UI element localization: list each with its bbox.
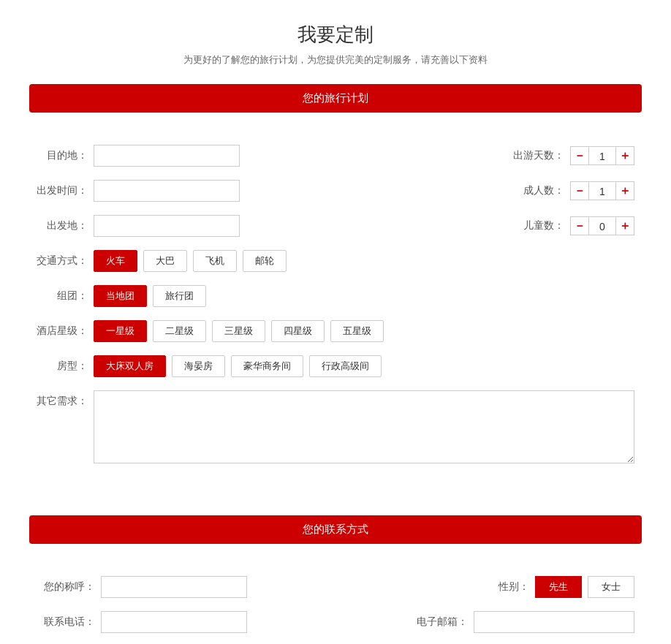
row-room: 房型： 大床双人房 海晏房 豪华商务间 行政高级间 xyxy=(37,355,634,377)
group-adults: 成人数： － 1 ＋ xyxy=(477,181,634,200)
name-label: 您的称呼： xyxy=(37,580,95,594)
departure-place-input[interactable] xyxy=(94,215,240,237)
hotel-btn-0[interactable]: 一星级 xyxy=(94,320,147,342)
transport-btn-0[interactable]: 火车 xyxy=(94,250,137,272)
transport-options: 火车 大巴 飞机 邮轮 xyxy=(94,250,287,272)
row-name-gender: 您的称呼： 性别： 先生 女士 xyxy=(37,576,634,598)
hotel-btn-1[interactable]: 二星级 xyxy=(153,320,206,342)
hotel-btn-3[interactable]: 四星级 xyxy=(271,320,325,342)
group-gender: 性别： 先生 女士 xyxy=(441,576,634,598)
gender-btn-male[interactable]: 先生 xyxy=(535,576,582,598)
adults-minus-button[interactable]: － xyxy=(570,181,589,200)
group-days: 出游天数： － 1 ＋ xyxy=(477,146,634,165)
days-label: 出游天数： xyxy=(506,149,564,162)
contact-section: 您的称呼： 性别： 先生 女士 联系电话： 电子邮箱： xyxy=(29,561,642,644)
other-textarea-wrap xyxy=(94,390,634,466)
group-email: 电子邮箱： xyxy=(380,611,634,633)
section1-header: 您的旅行计划 xyxy=(29,84,642,113)
row-transport: 交通方式： 火车 大巴 飞机 邮轮 xyxy=(37,250,634,272)
gender-btn-female[interactable]: 女士 xyxy=(588,576,634,598)
gender-options: 先生 女士 xyxy=(535,576,634,598)
children-label: 儿童数： xyxy=(506,219,564,232)
row-departure-adults: 出发时间： 成人数： － 1 ＋ xyxy=(37,180,634,202)
days-plus-button[interactable]: ＋ xyxy=(615,146,634,165)
children-value: 0 xyxy=(589,216,615,235)
row-phone-email: 联系电话： 电子邮箱： xyxy=(37,611,634,633)
hotel-label: 酒店星级： xyxy=(37,325,88,338)
group-options: 当地团 旅行团 xyxy=(94,285,206,307)
destination-input[interactable] xyxy=(94,145,240,167)
days-minus-button[interactable]: － xyxy=(570,146,589,165)
page-subtitle: 为更好的了解您的旅行计划，为您提供完美的定制服务，请充善以下资料 xyxy=(29,53,642,67)
group-phone: 联系电话： xyxy=(37,611,247,633)
group-children: 儿童数： － 0 ＋ xyxy=(477,216,634,235)
hotel-options: 一星级 二星级 三星级 四星级 五星级 xyxy=(94,320,384,342)
departure-time-input[interactable] xyxy=(94,180,240,202)
transport-btn-2[interactable]: 飞机 xyxy=(193,250,237,272)
group-btn-0[interactable]: 当地团 xyxy=(94,285,147,307)
room-options: 大床双人房 海晏房 豪华商务间 行政高级间 xyxy=(94,355,382,377)
row-group: 组团： 当地团 旅行团 xyxy=(37,285,634,307)
transport-label: 交通方式： xyxy=(37,254,88,268)
room-btn-3[interactable]: 行政高级间 xyxy=(309,355,382,377)
room-btn-1[interactable]: 海晏房 xyxy=(172,355,225,377)
destination-label: 目的地： xyxy=(37,149,88,162)
phone-input[interactable] xyxy=(101,611,247,633)
name-input[interactable] xyxy=(101,576,247,598)
room-btn-2[interactable]: 豪华商务间 xyxy=(231,355,303,377)
email-input[interactable] xyxy=(474,611,634,633)
group-departure-place: 出发地： xyxy=(37,215,240,237)
adults-plus-button[interactable]: ＋ xyxy=(615,181,634,200)
adults-label: 成人数： xyxy=(506,184,564,197)
transport-btn-3[interactable]: 邮轮 xyxy=(243,250,287,272)
departure-time-label: 出发时间： xyxy=(37,184,88,197)
group-name: 您的称呼： xyxy=(37,576,247,598)
days-value: 1 xyxy=(589,146,615,165)
gender-label: 性别： xyxy=(471,580,529,594)
row-other: 其它需求： xyxy=(37,390,634,466)
room-label: 房型： xyxy=(37,360,88,373)
children-plus-button[interactable]: ＋ xyxy=(615,216,634,235)
group-label: 组团： xyxy=(37,289,88,303)
hotel-btn-2[interactable]: 三星级 xyxy=(212,320,265,342)
page-title: 我要定制 xyxy=(29,22,642,48)
page-container: 我要定制 为更好的了解您的旅行计划，为您提供完美的定制服务，请充善以下资料 您的… xyxy=(0,0,671,644)
transport-btn-1[interactable]: 大巴 xyxy=(143,250,187,272)
adults-value: 1 xyxy=(589,181,615,200)
other-label: 其它需求： xyxy=(37,395,88,408)
departure-place-label: 出发地： xyxy=(37,219,88,232)
phone-label: 联系电话： xyxy=(37,615,95,629)
room-btn-0[interactable]: 大床双人房 xyxy=(94,355,166,377)
other-textarea[interactable] xyxy=(94,390,634,463)
children-minus-button[interactable]: － xyxy=(570,216,589,235)
email-label: 电子邮箱： xyxy=(409,615,468,629)
row-destination-days: 目的地： 出游天数： － 1 ＋ xyxy=(37,145,634,167)
group-destination: 目的地： xyxy=(37,145,240,167)
group-btn-1[interactable]: 旅行团 xyxy=(153,285,206,307)
row-hotel: 酒店星级： 一星级 二星级 三星级 四星级 五星级 xyxy=(37,320,634,342)
hotel-btn-4[interactable]: 五星级 xyxy=(330,320,384,342)
section2-header: 您的联系方式 xyxy=(29,515,642,544)
group-departure-time: 出发时间： xyxy=(37,180,240,202)
travel-plan-section: 目的地： 出游天数： － 1 ＋ 出发时间： 成人数： － 1 ＋ xyxy=(29,130,642,493)
row-place-children: 出发地： 儿童数： － 0 ＋ xyxy=(37,215,634,237)
